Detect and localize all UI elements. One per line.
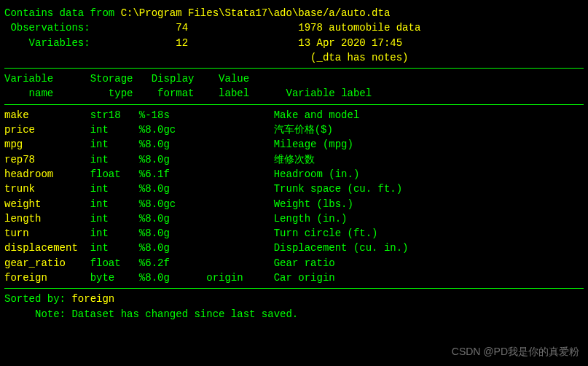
obs-label: Observations: <box>4 22 90 34</box>
col-label: label <box>219 87 249 99</box>
col-variable: Variable <box>4 73 53 85</box>
col-type: type <box>90 87 133 99</box>
sorted-line: Sorted by: foreign <box>4 292 584 306</box>
col-format: format <box>152 87 195 99</box>
var-label: 汽车价格($) <box>274 124 333 136</box>
var-label: Make and model <box>274 109 360 121</box>
var-type: int <box>90 154 139 166</box>
table-row: mpg int %8.0g Mileage (mpg) <box>4 137 584 152</box>
var-type: int <box>90 183 139 195</box>
var-label: Mileage (mpg) <box>274 139 353 150</box>
var-format: %8.0g <box>139 227 206 239</box>
var-name: make <box>4 109 90 121</box>
notes-text: (_dta has notes) <box>310 52 408 63</box>
col-storage: Storage <box>90 73 133 85</box>
var-name: rep78 <box>4 154 90 166</box>
var-format: %8.0gc <box>139 124 206 136</box>
notes-line: (_dta has notes) <box>4 50 584 65</box>
var-type: int <box>90 198 139 210</box>
contains-line: Contains data from C:\Program Files\Stat… <box>4 6 584 20</box>
var-name: length <box>4 213 90 225</box>
var-format: %6.1f <box>139 168 206 180</box>
var-label: Weight (lbs.) <box>274 198 353 210</box>
col-value: Value <box>219 73 249 85</box>
obs-pad1 <box>90 22 176 34</box>
var-type: float <box>90 168 139 180</box>
var-label: 维修次数 <box>274 154 315 166</box>
col-name: name <box>4 87 53 99</box>
var-type: str18 <box>90 109 139 121</box>
var-vlabel <box>206 109 273 121</box>
table-row: trunk int %8.0g Trunk space (cu. ft.) <box>4 182 584 196</box>
var-label: Gear ratio <box>274 257 335 269</box>
col-display: Display <box>152 73 195 85</box>
timestamp: 13 Apr 2020 17:45 <box>298 37 402 49</box>
var-name: gear_ratio <box>4 257 90 269</box>
table-row: make str18 %-18s Make and model <box>4 108 584 122</box>
var-type: int <box>90 139 139 150</box>
variables-table: make str18 %-18s Make and modelprice int… <box>4 108 584 286</box>
var-name: price <box>4 124 90 136</box>
var-vlabel <box>206 154 273 166</box>
var-name: trunk <box>4 183 90 195</box>
var-label: Car origin <box>274 272 335 284</box>
var-vlabel: origin <box>206 272 273 284</box>
contains-prefix: Contains data from <box>4 7 121 19</box>
var-label: Trunk space (cu. ft.) <box>274 183 402 195</box>
col-header-2: name type format label Variable label <box>4 86 584 101</box>
obs-value: 74 <box>176 22 188 34</box>
notes-pad <box>4 52 310 63</box>
var-type: int <box>90 242 139 254</box>
filepath: C:\Program Files\Stata17\ado\base/a/auto… <box>121 7 391 19</box>
var-format: %8.0g <box>139 242 206 254</box>
table-row: price int %8.0gc 汽车价格($) <box>4 122 584 137</box>
watermark: CSDN @PD我是你的真爱粉 <box>452 344 579 359</box>
vars-value: 12 <box>176 37 188 49</box>
var-type: float <box>90 257 139 269</box>
table-row: gear_ratio float %6.2f Gear ratio <box>4 256 584 270</box>
var-format: %8.0g <box>139 154 206 166</box>
var-vlabel <box>206 183 273 195</box>
var-type: int <box>90 124 139 136</box>
col-header-1: Variable Storage Display Value <box>4 71 584 86</box>
dataset-label: 1978 automobile data <box>298 22 420 34</box>
var-format: %8.0g <box>139 183 206 195</box>
var-format: %8.0g <box>139 139 206 150</box>
var-name: foreign <box>4 272 90 284</box>
var-vlabel <box>206 139 273 150</box>
var-name: weight <box>4 198 90 210</box>
var-name: turn <box>4 227 90 239</box>
var-format: %8.0gc <box>139 198 206 210</box>
divider <box>4 288 584 289</box>
sorted-value: foreign <box>71 293 114 305</box>
var-format: %8.0g <box>139 213 206 225</box>
var-type: int <box>90 213 139 225</box>
vars-pad2 <box>188 37 298 49</box>
var-label: Displacement (cu. in.) <box>274 242 409 254</box>
sorted-label: Sorted by: <box>4 293 71 305</box>
var-label: Length (in.) <box>274 213 348 225</box>
col-varlabel: Variable label <box>286 87 372 99</box>
vars-label: Variables: <box>4 37 90 49</box>
note-text: Note: Dataset has changed since last sav… <box>4 308 298 320</box>
table-row: weight int %8.0gc Weight (lbs.) <box>4 197 584 211</box>
var-vlabel <box>206 124 273 136</box>
table-row: rep78 int %8.0g 维修次数 <box>4 152 584 167</box>
table-row: displacement int %8.0g Displacement (cu.… <box>4 241 584 255</box>
obs-pad2 <box>188 22 298 34</box>
table-row: headroom float %6.1f Headroom (in.) <box>4 167 584 182</box>
var-format: %6.2f <box>139 257 206 269</box>
obs-line: Observations: 74 1978 automobile data <box>4 20 584 35</box>
var-label: Headroom (in.) <box>274 168 360 180</box>
divider <box>4 104 584 105</box>
var-type: byte <box>90 272 139 284</box>
var-format: %8.0g <box>139 272 206 284</box>
table-row: turn int %8.0g Turn circle (ft.) <box>4 226 584 241</box>
var-vlabel <box>206 198 273 210</box>
var-vlabel <box>206 242 273 254</box>
vars-line: Variables: 12 13 Apr 2020 17:45 <box>4 36 584 50</box>
var-format: %-18s <box>139 109 206 121</box>
var-vlabel <box>206 257 273 269</box>
var-name: displacement <box>4 242 90 254</box>
var-vlabel <box>206 168 273 180</box>
